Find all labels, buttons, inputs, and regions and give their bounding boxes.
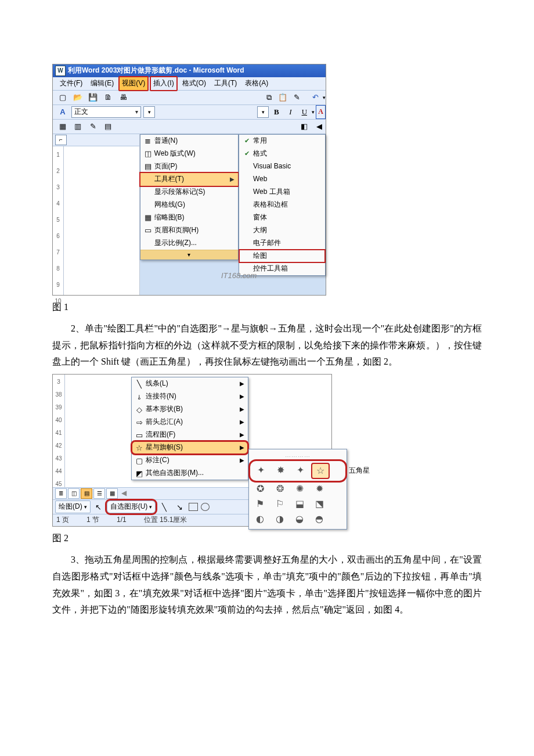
- bold-button[interactable]: B: [270, 106, 283, 118]
- banner-shape[interactable]: ⚑: [251, 496, 269, 512]
- menu-web-layout[interactable]: ◫Web 版式(W): [140, 147, 238, 160]
- misc-icon[interactable]: ◧: [298, 120, 311, 133]
- banner-shape[interactable]: ⬓: [291, 496, 308, 512]
- star-shape[interactable]: ✺: [291, 481, 308, 496]
- columns-icon[interactable]: ▥: [71, 120, 84, 133]
- menu-view[interactable]: 视图(V): [118, 76, 149, 91]
- star-shape[interactable]: ✦: [252, 463, 269, 478]
- window-title: 利用Word 2003对图片做异形裁剪.doc - Microsoft Word: [68, 64, 244, 77]
- cat-callouts[interactable]: ▢标注(C)▶: [132, 454, 248, 467]
- menu-table[interactable]: 表格(A): [241, 76, 272, 91]
- sub-web[interactable]: Web: [239, 173, 325, 186]
- menu-toolbars[interactable]: 工具栏(T)▶: [140, 172, 239, 186]
- paragraph-step3: 3、拖动五角星周围的控制点，根据最终需要调整好五角星的大小，双击画出的五角星中间…: [52, 552, 482, 618]
- sub-email[interactable]: 电子邮件: [239, 237, 325, 250]
- print-view-btn[interactable]: ▤: [81, 488, 92, 499]
- banner-shape[interactable]: ◐: [251, 512, 269, 527]
- fontsize-dropdown[interactable]: ▾: [257, 106, 269, 118]
- underline-button[interactable]: U: [298, 106, 311, 118]
- menu-gridlines[interactable]: 网格线(G): [140, 199, 238, 211]
- cat-more-shapes[interactable]: ◩其他自选图形(M)...: [132, 467, 248, 480]
- menu-file[interactable]: 文件(F): [56, 76, 86, 91]
- sub-tables[interactable]: 表格和边框: [239, 199, 325, 211]
- sub-activex[interactable]: 控件工具箱: [239, 262, 325, 275]
- stars-icon: ☆: [133, 441, 146, 455]
- font-color-button[interactable]: A: [316, 105, 326, 119]
- submenu-arrow-icon: ▶: [230, 174, 234, 185]
- insert-table-icon[interactable]: ▦: [56, 120, 69, 133]
- print-layout-icon: ▤: [142, 160, 154, 173]
- menu-tools[interactable]: 工具(T): [211, 76, 240, 91]
- doc-map-icon[interactable]: ▤: [102, 120, 114, 133]
- star-shape[interactable]: ✪: [251, 481, 269, 496]
- star-shape[interactable]: ❂: [271, 481, 288, 496]
- five-point-star[interactable]: ☆: [311, 463, 330, 479]
- style-selector[interactable]: 正文 ▾: [71, 106, 141, 118]
- copy-icon[interactable]: ⧉: [262, 91, 275, 104]
- cat-stars-banners[interactable]: ☆星与旗帜(S)▶: [132, 441, 248, 454]
- drawing-menu-button[interactable]: 绘图(D)▾: [55, 501, 91, 513]
- open-icon[interactable]: 📂: [71, 91, 84, 104]
- banner-shape[interactable]: ◒: [291, 512, 308, 527]
- print-icon[interactable]: 🖶: [117, 91, 129, 104]
- figure2-caption: 图 2: [52, 530, 482, 547]
- font-dropdown[interactable]: ▾: [143, 106, 155, 118]
- cat-connectors[interactable]: ⫰连接符(N)▶: [132, 390, 248, 403]
- oval-tool-icon[interactable]: [201, 503, 210, 511]
- vertical-ruler-2: 3 38 39 40 41 42 43 44 45: [53, 375, 65, 487]
- reading-view-btn[interactable]: ▦: [106, 488, 118, 499]
- nav-back-icon[interactable]: ◀: [313, 120, 326, 133]
- sub-format[interactable]: ✔格式: [239, 147, 325, 160]
- star-shape[interactable]: ✦: [291, 463, 309, 478]
- sub-drawing[interactable]: 绘图: [239, 250, 325, 262]
- styles-pane-icon[interactable]: A: [56, 106, 69, 118]
- permission-icon[interactable]: 🗎: [102, 91, 114, 104]
- save-icon[interactable]: 💾: [86, 91, 99, 104]
- style-current: 正文: [74, 106, 88, 118]
- menu-insert[interactable]: 插入(I): [150, 76, 177, 91]
- paste-icon[interactable]: 📋: [276, 91, 289, 104]
- thumbnail-icon: ▦: [142, 211, 154, 224]
- sub-outline[interactable]: 大纲: [239, 224, 325, 237]
- menu-format[interactable]: 格式(O): [179, 76, 210, 91]
- web-view-btn[interactable]: ◫: [68, 488, 80, 499]
- sub-forms[interactable]: 窗体: [239, 211, 325, 224]
- menu-zoom[interactable]: 显示比例(Z)...: [140, 237, 238, 250]
- menu-header-footer[interactable]: ▭页眉和页脚(H): [140, 224, 238, 237]
- banner-shape[interactable]: ⚐: [271, 496, 288, 512]
- menu-thumbnails[interactable]: ▦缩略图(B): [140, 211, 238, 224]
- select-arrow-icon[interactable]: ↖: [93, 501, 104, 513]
- cat-lines[interactable]: ╲线条(L)▶: [132, 377, 248, 390]
- menubar: 文件(F) 编辑(E) 视图(V) 插入(I) 格式(O) 工具(T) 表格(A…: [53, 77, 326, 91]
- menu-show-paragraph[interactable]: 显示段落标记(S): [140, 186, 238, 199]
- cat-flowchart[interactable]: ▭流程图(F)▶: [132, 429, 248, 441]
- drawing-icon[interactable]: ✎: [86, 120, 99, 133]
- undo-icon[interactable]: ↶: [309, 91, 322, 104]
- line-tool-icon[interactable]: ╲: [158, 501, 171, 513]
- menu-print-layout[interactable]: ▤页面(P): [140, 160, 238, 173]
- star-shape[interactable]: ✸: [272, 463, 289, 478]
- italic-button[interactable]: I: [284, 106, 297, 118]
- star-shape[interactable]: ✹: [311, 481, 328, 496]
- banner-shape[interactable]: ◑: [271, 512, 288, 527]
- menu-normal[interactable]: ≣普通(N): [140, 135, 238, 147]
- arrow-tool-icon[interactable]: ↘: [173, 501, 186, 513]
- sub-web-tools[interactable]: Web 工具箱: [239, 186, 325, 199]
- format-painter-icon[interactable]: ✎: [290, 91, 303, 104]
- cat-block-arrows[interactable]: ⇨箭头总汇(A)▶: [132, 416, 248, 429]
- banner-shape[interactable]: ◓: [311, 512, 328, 527]
- tab-selector-icon[interactable]: ⌐: [55, 135, 67, 145]
- menu-edit[interactable]: 编辑(E): [87, 76, 117, 91]
- autoshapes-button[interactable]: 自选图形(U)▾: [107, 501, 156, 513]
- header-footer-icon: ▭: [142, 224, 154, 237]
- outline-view-btn[interactable]: ☰: [93, 488, 105, 499]
- new-doc-icon[interactable]: ▢: [56, 91, 69, 104]
- normal-view-btn[interactable]: ≣: [55, 488, 67, 499]
- sub-vb[interactable]: Visual Basic: [239, 160, 325, 173]
- banner-shape[interactable]: ⬔: [311, 496, 328, 512]
- ruler-tick: 43: [55, 453, 62, 464]
- cat-basic-shapes[interactable]: ◇基本形状(B)▶: [132, 403, 248, 416]
- menu-expand[interactable]: ▾: [140, 250, 238, 260]
- rect-tool-icon[interactable]: [189, 503, 198, 511]
- sub-common[interactable]: ✔常用: [239, 135, 325, 147]
